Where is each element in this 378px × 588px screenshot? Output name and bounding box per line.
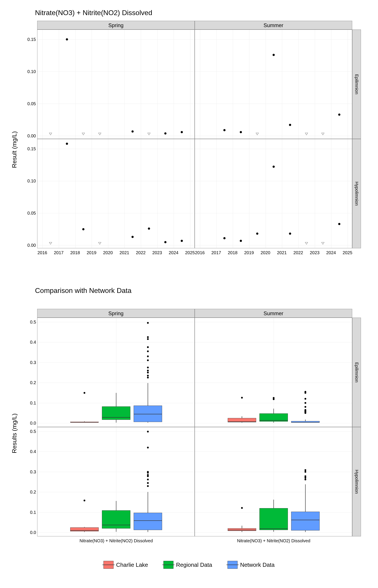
outlier-point (305, 402, 306, 404)
page: Nitrate(NO3) + Nitrite(NO2) Dissolved Re… (0, 0, 378, 588)
x-tick-label: 2023 (310, 250, 320, 255)
facet-row-epi2: Epilimnion (352, 318, 361, 427)
box-network-data (291, 512, 320, 531)
outlier-point (273, 397, 274, 399)
box-charlie-lake (228, 528, 256, 531)
y-tick-label: 0.5 (26, 319, 36, 324)
outlier-point (147, 474, 149, 476)
box-charlie-lake (228, 418, 256, 422)
y-tick-label: 0.0 (26, 421, 36, 426)
data-point (256, 233, 258, 235)
x-tick-label: 2021 (277, 250, 287, 255)
facet-col-summer2: Summer (195, 309, 352, 318)
data-point (240, 131, 242, 133)
boxplot-chart-block: Comparison with Network Data Results (mg… (9, 287, 369, 562)
outlier-point (147, 447, 149, 448)
data-point (82, 228, 84, 230)
bpanel-summer-hyp: Nitrate(NO3) + Nitrite(NO2) Dissolved (195, 427, 352, 536)
legend: Charlie Lake Regional Data Network Data (9, 561, 369, 569)
outlier-point (147, 372, 149, 374)
below-dl-point (305, 242, 308, 245)
y-tick-label: 0.00 (24, 134, 36, 138)
chart1-ylabel: Result (mg/L) (11, 131, 18, 168)
spacer (352, 21, 361, 29)
outlier-point (147, 360, 149, 361)
bpanel-spring-hyp: 0.00.10.20.30.40.5Nitrate(NO3) + Nitrite… (37, 427, 195, 536)
y-tick-label: 0.5 (26, 429, 36, 434)
outlier-point (305, 479, 306, 480)
scatter-facet-grid: Spring Summer 0.000.050.100.15 Epilimnio… (37, 21, 365, 248)
x-tick-label: 2024 (326, 250, 336, 255)
legend-key-charlie (104, 561, 114, 569)
data-point (148, 227, 150, 230)
x-tick-label: 2016 (195, 250, 205, 255)
data-point (289, 124, 291, 126)
y-tick-label: 0.4 (26, 449, 36, 454)
below-dl-point (49, 133, 52, 135)
y-tick-label: 0.00 (24, 243, 36, 248)
legend-label-regional: Regional Data (176, 561, 212, 568)
box-regional-data (259, 414, 288, 422)
below-dl-point (98, 133, 101, 135)
y-tick-label: 0.10 (24, 178, 36, 184)
data-point (338, 223, 340, 225)
legend-label-network: Network Data (240, 561, 275, 568)
outlier-point (305, 469, 306, 471)
outlier-point (147, 375, 149, 376)
box-network-data (291, 421, 320, 422)
legend-item-charlie: Charlie Lake (104, 561, 148, 569)
outlier-point (147, 377, 149, 378)
below-dl-point (256, 133, 259, 135)
x-tick-label: 2021 (120, 250, 129, 255)
data-point (272, 166, 275, 168)
x-tick-label: 2017 (54, 250, 64, 255)
legend-item-network: Network Data (228, 561, 275, 569)
data-point (164, 132, 166, 134)
spacer (352, 309, 361, 318)
facet-row-hyp: Hypolimnion (352, 139, 361, 248)
below-dl-point (148, 133, 150, 135)
data-point (164, 241, 166, 243)
chart2-ylabel: Results (mg/L) (11, 414, 18, 453)
outlier-point (147, 431, 149, 432)
data-point (338, 114, 340, 116)
outlier-point (305, 471, 306, 473)
outlier-point (147, 471, 149, 473)
below-dl-point (321, 133, 324, 135)
data-point (132, 130, 134, 133)
box-regional-data (102, 510, 130, 529)
y-tick-label: 0.15 (24, 146, 36, 151)
y-tick-label: 0.1 (26, 510, 36, 515)
x-tick-label: 2020 (260, 250, 270, 255)
outlier-point (305, 477, 306, 479)
outlier-point (241, 397, 243, 399)
y-tick-label: 0.1 (26, 400, 36, 405)
x-tick-label: 2018 (70, 250, 80, 255)
x-tick-label: 2022 (293, 250, 303, 255)
data-point (240, 240, 242, 242)
outlier-point (241, 507, 243, 509)
y-tick-label: 0.3 (26, 360, 36, 365)
y-tick-label: 0.05 (24, 211, 36, 216)
y-tick-label: 0.15 (24, 37, 36, 42)
data-point (66, 143, 68, 145)
data-point (272, 54, 275, 56)
outlier-point (147, 322, 149, 324)
legend-label-charlie: Charlie Lake (116, 561, 148, 568)
data-point (289, 233, 291, 235)
legend-item-regional: Regional Data (163, 561, 212, 569)
y-tick-label: 0.3 (26, 469, 36, 474)
data-point (223, 237, 226, 239)
facet-col-spring: Spring (37, 21, 195, 29)
outlier-point (305, 406, 306, 408)
below-dl-point (98, 242, 101, 245)
x-tick-label: 2023 (152, 250, 162, 255)
data-point (223, 129, 226, 131)
outlier-point (147, 370, 149, 372)
below-dl-point (82, 133, 85, 135)
bpanel-spring-epi: 0.00.10.20.30.40.5 (37, 318, 195, 427)
bpanel-summer-epi (195, 318, 352, 427)
y-tick-label: 0.05 (24, 101, 36, 106)
panel-spring-hyp: 0.000.050.100.15201620172018201920202021… (37, 139, 195, 248)
outlier-point (147, 367, 149, 368)
